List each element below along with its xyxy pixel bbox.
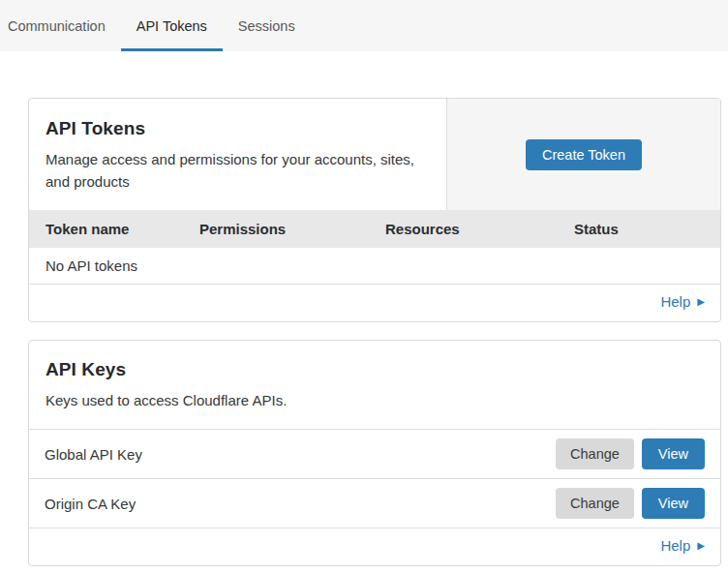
key-name-label: Global API Key — [45, 446, 142, 463]
key-row-global-api-key: Global API Key Change View — [29, 430, 720, 479]
key-row-origin-ca-key: Origin CA Key Change View — [29, 479, 720, 528]
api-tokens-card-intro: API Tokens Manage access and permissions… — [29, 99, 446, 210]
view-global-api-key-button[interactable]: View — [642, 438, 705, 469]
profile-tabbar: Communication API Tokens Sessions — [0, 0, 728, 51]
api-tokens-card-footer: Help ▶ — [29, 285, 720, 321]
help-arrow-icon: ▶ — [697, 297, 705, 307]
help-arrow-icon: ▶ — [697, 541, 705, 551]
key-actions: Change View — [556, 438, 705, 469]
tab-api-tokens[interactable]: API Tokens — [121, 0, 223, 51]
change-origin-ca-key-button[interactable]: Change — [556, 488, 634, 519]
tokens-col-status: Status — [574, 221, 720, 237]
key-name-label: Origin CA Key — [45, 496, 136, 512]
api-tokens-action-panel: Create Token — [446, 99, 720, 210]
key-actions: Change View — [556, 488, 705, 519]
tab-communication[interactable]: Communication — [8, 0, 121, 51]
view-origin-ca-key-button[interactable]: View — [642, 488, 705, 519]
tab-sessions[interactable]: Sessions — [223, 0, 311, 51]
tokens-col-resources: Resources — [385, 221, 574, 237]
api-keys-help-link[interactable]: Help ▶ — [660, 537, 705, 554]
help-link-label: Help — [660, 537, 690, 554]
tokens-table-header: Token name Permissions Resources Status — [29, 210, 720, 248]
api-tokens-card-header: API Tokens Manage access and permissions… — [29, 99, 720, 210]
api-tokens-description: Manage access and permissions for your a… — [46, 148, 430, 194]
page-content: API Tokens Manage access and permissions… — [0, 51, 728, 573]
tokens-col-token-name: Token name — [46, 221, 199, 237]
api-tokens-help-link[interactable]: Help ▶ — [660, 293, 705, 310]
api-tokens-card: API Tokens Manage access and permissions… — [28, 98, 721, 322]
api-keys-card-header: API Keys Keys used to access Cloudflare … — [29, 341, 720, 430]
api-keys-card-footer: Help ▶ — [29, 528, 720, 565]
change-global-api-key-button[interactable]: Change — [556, 438, 634, 469]
tokens-empty-row: No API tokens — [29, 248, 720, 285]
api-keys-card: API Keys Keys used to access Cloudflare … — [28, 340, 721, 566]
api-keys-description: Keys used to access Cloudflare APIs. — [46, 389, 704, 411]
tokens-col-permissions: Permissions — [199, 221, 385, 237]
create-token-button[interactable]: Create Token — [526, 139, 642, 170]
api-tokens-title: API Tokens — [46, 118, 430, 139]
api-keys-title: API Keys — [46, 359, 704, 380]
help-link-label: Help — [660, 293, 690, 310]
